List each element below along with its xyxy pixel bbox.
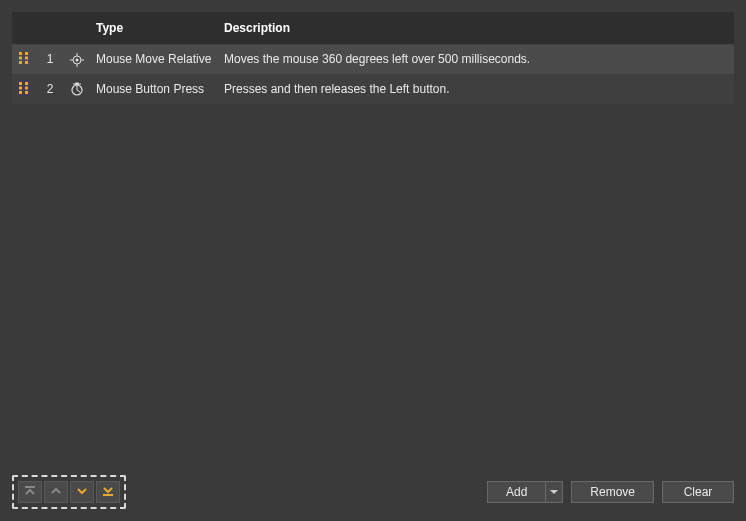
move-down-button[interactable] bbox=[70, 481, 94, 503]
header-icon bbox=[64, 12, 90, 44]
row-description: Presses and then releases the Left butto… bbox=[218, 74, 734, 104]
svg-line-23 bbox=[77, 90, 80, 92]
header-type[interactable]: Type bbox=[90, 12, 218, 44]
table-row[interactable]: 1 Mouse Move Relative Moves bbox=[12, 44, 734, 74]
svg-point-7 bbox=[76, 58, 79, 61]
svg-rect-15 bbox=[25, 86, 28, 89]
row-type: Mouse Button Press bbox=[90, 74, 218, 104]
table-header-row: Type Description bbox=[12, 12, 734, 44]
add-split-button: Add bbox=[487, 481, 563, 503]
remove-button[interactable]: Remove bbox=[571, 481, 654, 503]
move-to-bottom-button[interactable] bbox=[96, 481, 120, 503]
svg-rect-14 bbox=[19, 86, 22, 89]
bottom-toolbar: Add Remove Clear bbox=[12, 475, 734, 509]
mouse-move-icon bbox=[70, 52, 84, 66]
svg-rect-2 bbox=[19, 56, 22, 59]
chevron-bottom-icon bbox=[101, 484, 115, 501]
svg-rect-19 bbox=[75, 83, 79, 86]
drag-handle-icon[interactable] bbox=[19, 82, 29, 94]
svg-rect-17 bbox=[25, 91, 28, 94]
svg-rect-5 bbox=[25, 61, 28, 64]
row-number: 2 bbox=[36, 74, 64, 104]
svg-rect-13 bbox=[25, 82, 28, 85]
svg-rect-4 bbox=[19, 61, 22, 64]
chevron-up-icon bbox=[49, 484, 63, 501]
row-type: Mouse Move Relative bbox=[90, 44, 218, 74]
clear-button[interactable]: Clear bbox=[662, 481, 734, 503]
move-to-top-button[interactable] bbox=[18, 481, 42, 503]
table-row[interactable]: 2 Mouse Button Press Presses bbox=[12, 74, 734, 104]
svg-rect-16 bbox=[19, 91, 22, 94]
row-description: Moves the mouse 360 degrees left over 50… bbox=[218, 44, 734, 74]
caret-down-icon bbox=[550, 485, 558, 499]
move-up-button[interactable] bbox=[44, 481, 68, 503]
svg-rect-1 bbox=[25, 52, 28, 55]
svg-rect-0 bbox=[19, 52, 22, 55]
svg-rect-3 bbox=[25, 56, 28, 59]
mouse-button-icon bbox=[70, 82, 84, 96]
chevron-down-icon bbox=[75, 484, 89, 501]
svg-rect-12 bbox=[19, 82, 22, 85]
chevron-top-icon bbox=[23, 484, 37, 501]
action-buttons: Add Remove Clear bbox=[487, 481, 734, 503]
add-dropdown-button[interactable] bbox=[545, 481, 563, 503]
reorder-button-group bbox=[12, 475, 126, 509]
header-number bbox=[36, 12, 64, 44]
add-button[interactable]: Add bbox=[487, 481, 545, 503]
actions-table: Type Description bbox=[12, 12, 734, 104]
header-drag bbox=[12, 12, 36, 44]
drag-handle-icon[interactable] bbox=[19, 52, 29, 64]
header-description[interactable]: Description bbox=[218, 12, 734, 44]
row-number: 1 bbox=[36, 44, 64, 74]
svg-marker-26 bbox=[550, 490, 558, 494]
